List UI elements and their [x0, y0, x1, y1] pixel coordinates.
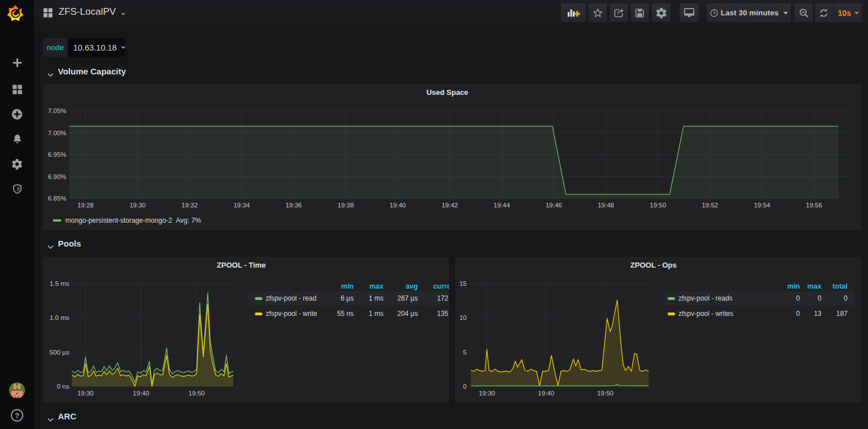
svg-text:?: ? — [15, 411, 19, 420]
svg-text:19:48: 19:48 — [598, 202, 614, 209]
svg-text:19:40: 19:40 — [389, 202, 406, 209]
svg-text:6.90%: 6.90% — [48, 173, 66, 180]
svg-text:19:36: 19:36 — [286, 202, 302, 209]
svg-text:19:32: 19:32 — [182, 202, 198, 209]
svg-text:19:46: 19:46 — [546, 202, 562, 209]
svg-text:19:54: 19:54 — [754, 202, 770, 209]
svg-text:19:38: 19:38 — [338, 202, 354, 209]
svg-text:6.85%: 6.85% — [48, 195, 66, 202]
svg-text:19:50: 19:50 — [650, 202, 666, 209]
svg-text:6.95%: 6.95% — [48, 151, 66, 158]
svg-text:19:28: 19:28 — [77, 202, 94, 209]
svg-text:7.00%: 7.00% — [48, 130, 66, 136]
svg-text:19:34: 19:34 — [233, 202, 250, 209]
svg-text:19:42: 19:42 — [442, 202, 458, 209]
svg-text:19:30: 19:30 — [129, 202, 146, 209]
svg-text:19:52: 19:52 — [702, 202, 718, 209]
svg-text:7.05%: 7.05% — [48, 107, 66, 114]
svg-text:19:56: 19:56 — [806, 202, 823, 209]
svg-text:19:44: 19:44 — [494, 202, 510, 209]
